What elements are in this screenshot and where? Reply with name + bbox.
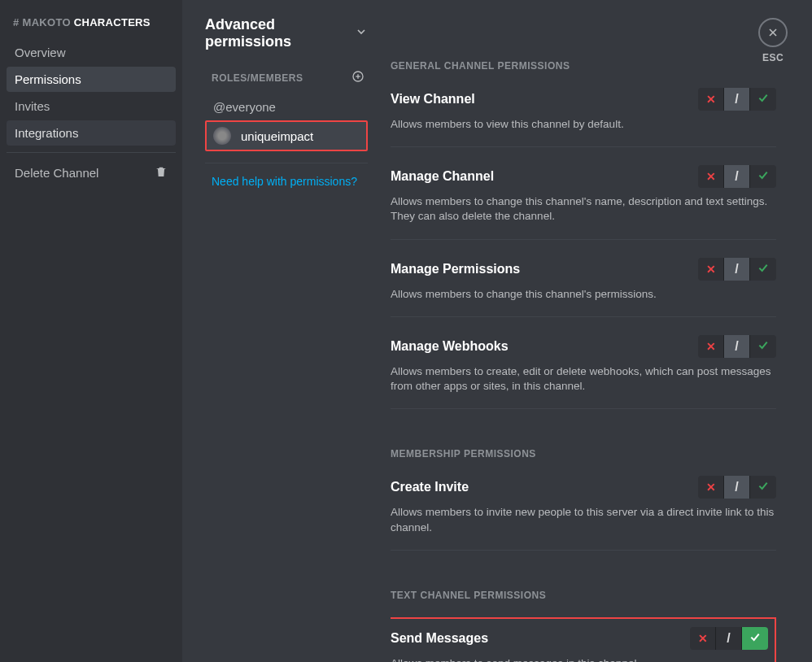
x-icon: ✕ — [706, 263, 716, 276]
esc-label: ESC — [762, 52, 784, 63]
toggle-allow[interactable] — [750, 258, 776, 281]
check-icon — [757, 261, 770, 277]
toggle-deny[interactable]: ✕ — [698, 165, 724, 188]
slash-icon: / — [735, 339, 738, 354]
check-icon — [757, 338, 770, 355]
permission-name: Manage Webhooks — [391, 339, 509, 354]
toggle-deny[interactable]: ✕ — [690, 627, 716, 650]
slash-icon: / — [727, 631, 730, 646]
avatar — [213, 127, 231, 145]
x-icon: ✕ — [706, 93, 716, 106]
slash-icon: / — [735, 262, 738, 277]
content: Advanced permissions ROLES/MEMBERS @ever… — [182, 0, 812, 662]
page-title-row[interactable]: Advanced permissions — [205, 16, 368, 50]
permission-name: Manage Permissions — [391, 262, 520, 277]
close-button[interactable]: ESC — [758, 18, 788, 63]
permission-toggle: ✕ / — [690, 627, 768, 650]
toggle-deny[interactable]: ✕ — [698, 335, 724, 358]
toggle-allow[interactable] — [750, 335, 776, 358]
channel-header: # MAKOTO CHARACTERS — [7, 16, 176, 40]
divider — [391, 146, 776, 147]
permission-name: View Channel — [391, 92, 475, 107]
permission-row: Manage Webhooks ✕ / Allows members to cr… — [391, 335, 776, 394]
divider — [391, 239, 776, 240]
slash-icon: / — [735, 480, 738, 494]
check-icon — [757, 479, 770, 495]
close-icon — [758, 18, 788, 47]
permission-row: Create Invite ✕ / Allows members to invi… — [391, 476, 776, 534]
x-icon: ✕ — [698, 632, 708, 645]
divider — [391, 550, 776, 551]
toggle-deny[interactable]: ✕ — [698, 476, 724, 499]
roles-column: Advanced permissions ROLES/MEMBERS @ever… — [205, 16, 368, 662]
sidebar-item-delete-channel[interactable]: Delete Channel — [7, 159, 176, 186]
section-label: GENERAL CHANNEL PERMISSIONS — [391, 60, 776, 72]
check-icon — [749, 630, 762, 647]
toggle-neutral[interactable]: / — [724, 258, 750, 281]
toggle-neutral[interactable]: / — [724, 88, 750, 111]
check-icon — [757, 91, 770, 107]
permission-toggle: ✕ / — [698, 258, 776, 281]
hash-icon: # — [13, 16, 20, 28]
divider — [7, 152, 176, 153]
permission-row: View Channel ✕ / Allows members to view … — [391, 88, 776, 132]
toggle-neutral[interactable]: / — [716, 627, 742, 650]
divider — [205, 163, 368, 163]
permission-toggle: ✕ / — [698, 88, 776, 111]
permission-description: Allows members to invite new people to t… — [391, 505, 776, 534]
role-item-everyone[interactable]: @everyone — [205, 94, 368, 120]
toggle-neutral[interactable]: / — [724, 165, 750, 188]
sidebar-item-overview[interactable]: Overview — [7, 40, 176, 65]
permission-row: Manage Channel ✕ / Allows members to cha… — [391, 165, 776, 224]
permission-description: Allows members to change this channel's … — [391, 287, 776, 302]
toggle-allow[interactable] — [750, 88, 776, 111]
permission-name: Send Messages — [391, 631, 488, 646]
x-icon: ✕ — [706, 481, 716, 494]
sidebar-item-permissions[interactable]: Permissions — [7, 67, 176, 92]
roles-header: ROLES/MEMBERS — [205, 70, 368, 94]
sidebar-item-invites[interactable]: Invites — [7, 94, 176, 119]
sidebar: # MAKOTO CHARACTERS Overview Permissions… — [0, 0, 182, 662]
toggle-deny[interactable]: ✕ — [698, 258, 724, 281]
chevron-down-icon — [355, 25, 368, 41]
roles-header-label: ROLES/MEMBERS — [212, 72, 303, 84]
permission-description: Allows members to view this channel by d… — [391, 117, 776, 132]
x-icon: ✕ — [706, 170, 716, 183]
toggle-allow[interactable] — [742, 627, 768, 650]
section-label: MEMBERSHIP PERMISSIONS — [391, 448, 776, 459]
permission-name: Manage Channel — [391, 169, 494, 184]
check-icon — [757, 168, 770, 185]
toggle-neutral[interactable]: / — [724, 335, 750, 358]
toggle-allow[interactable] — [750, 476, 776, 499]
permission-toggle: ✕ / — [698, 165, 776, 188]
toggle-allow[interactable] — [750, 165, 776, 188]
permission-row: Manage Permissions ✕ / Allows members to… — [391, 258, 776, 302]
role-item-label: uniqueimpact — [241, 129, 313, 143]
channel-name: MAKOTO CHARACTERS — [23, 16, 151, 28]
permission-toggle: ✕ / — [698, 476, 776, 499]
help-link[interactable]: Need help with permissions? — [205, 175, 368, 188]
section-label: TEXT CHANNEL PERMISSIONS — [391, 590, 776, 601]
permission-description: Allows members to create, edit or delete… — [391, 364, 776, 394]
toggle-neutral[interactable]: / — [724, 476, 750, 499]
permission-name: Create Invite — [391, 480, 469, 494]
divider — [391, 408, 776, 409]
permission-description: Allows members to send messages in this … — [391, 656, 768, 662]
permissions-list: GENERAL CHANNEL PERMISSIONS View Channel… — [391, 16, 779, 662]
sidebar-item-integrations[interactable]: Integrations — [7, 120, 176, 146]
permission-toggle: ✕ / — [698, 335, 776, 358]
slash-icon: / — [735, 92, 738, 107]
page-title: Advanced permissions — [205, 16, 347, 50]
role-item-user-selected[interactable]: uniqueimpact — [205, 120, 368, 151]
trash-icon — [155, 165, 168, 181]
slash-icon: / — [735, 169, 738, 184]
permission-row: Send Messages ✕ / Allows members to send… — [391, 617, 776, 662]
add-role-icon[interactable] — [351, 70, 365, 85]
toggle-deny[interactable]: ✕ — [698, 88, 724, 111]
permission-description: Allows members to change this channel's … — [391, 194, 776, 224]
x-icon: ✕ — [706, 340, 716, 353]
divider — [391, 316, 776, 317]
